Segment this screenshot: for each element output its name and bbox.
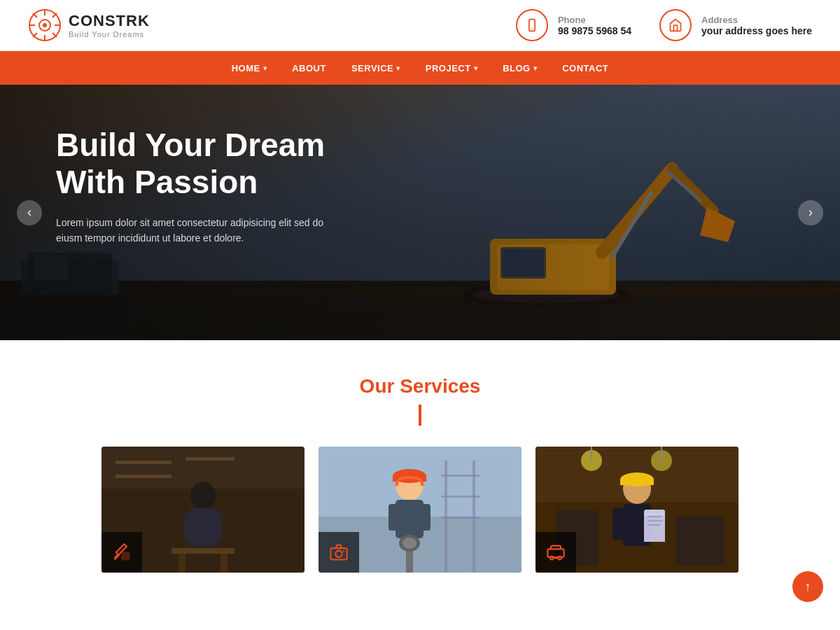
service-icon-bar-1 bbox=[102, 532, 142, 573]
main-navbar: HOME ▾ ABOUT SERVICE ▾ PROJECT ▾ BLOG ▾ bbox=[0, 51, 840, 85]
svg-rect-51 bbox=[441, 517, 479, 519]
svg-rect-34 bbox=[115, 475, 172, 478]
nav-item-project[interactable]: PROJECT ▾ bbox=[413, 51, 490, 85]
svg-rect-49 bbox=[441, 475, 479, 477]
svg-rect-35 bbox=[186, 457, 234, 461]
service-image-1 bbox=[102, 447, 304, 573]
service-card-3[interactable] bbox=[536, 447, 738, 573]
hero-description: Lorem ipsum dolor sit amet consectetur a… bbox=[56, 215, 350, 246]
phone-label: Phone bbox=[558, 15, 631, 25]
service-card-1[interactable] bbox=[102, 447, 304, 573]
svg-rect-72 bbox=[676, 517, 724, 566]
address-contact: Address your address goes here bbox=[659, 9, 812, 41]
address-info: Address your address goes here bbox=[701, 15, 812, 36]
service-icon-bar-3 bbox=[536, 532, 576, 573]
nav-item-contact[interactable]: CONTACT bbox=[550, 51, 621, 85]
svg-rect-33 bbox=[115, 461, 172, 464]
svg-rect-50 bbox=[441, 496, 479, 498]
svg-point-61 bbox=[402, 538, 416, 549]
nav-link-blog[interactable]: BLOG ▾ bbox=[490, 51, 550, 85]
home-dropdown-arrow: ▾ bbox=[263, 64, 267, 72]
svg-point-84 bbox=[550, 556, 554, 560]
logo-text: CONSTRK Build Your Dreams bbox=[69, 12, 150, 38]
nav-item-service[interactable]: SERVICE ▾ bbox=[339, 51, 413, 85]
service-image-3 bbox=[536, 447, 738, 573]
blog-dropdown-arrow: ▾ bbox=[533, 64, 538, 72]
site-header: CONSTRK Build Your Dreams Phone 98 9875 … bbox=[0, 0, 840, 51]
services-grid bbox=[28, 447, 812, 573]
svg-point-63 bbox=[335, 551, 342, 557]
svg-rect-79 bbox=[644, 514, 665, 542]
hammer-icon bbox=[112, 542, 132, 562]
nav-link-service[interactable]: SERVICE ▾ bbox=[339, 51, 413, 85]
vehicle-icon bbox=[546, 542, 566, 562]
service-icon-bar-2 bbox=[318, 532, 359, 573]
nav-item-about[interactable]: ABOUT bbox=[279, 51, 339, 85]
nav-link-about[interactable]: ABOUT bbox=[279, 51, 339, 85]
phone-icon-wrap bbox=[516, 9, 548, 41]
phone-contact: Phone 98 9875 5968 54 bbox=[516, 9, 631, 41]
nav-link-project[interactable]: PROJECT ▾ bbox=[413, 51, 490, 85]
nav-link-contact[interactable]: CONTACT bbox=[550, 51, 621, 85]
hero-content: Build Your Dream With Passion Lorem ipsu… bbox=[0, 85, 840, 288]
svg-rect-39 bbox=[208, 513, 222, 541]
address-value: your address goes here bbox=[701, 25, 812, 36]
address-icon-wrap bbox=[659, 9, 692, 41]
address-label: Address bbox=[701, 15, 812, 25]
hero-prev-button[interactable]: ‹ bbox=[17, 200, 42, 225]
svg-rect-57 bbox=[418, 504, 430, 531]
svg-rect-83 bbox=[547, 549, 564, 557]
phone-info: Phone 98 9875 5968 54 bbox=[558, 15, 631, 36]
svg-rect-11 bbox=[529, 20, 535, 31]
svg-point-10 bbox=[43, 23, 47, 27]
svg-rect-43 bbox=[122, 552, 130, 560]
nav-item-blog[interactable]: BLOG ▾ bbox=[490, 51, 550, 85]
services-divider bbox=[419, 405, 421, 426]
phone-icon bbox=[525, 18, 539, 32]
svg-point-36 bbox=[190, 482, 216, 510]
logo-icon bbox=[28, 8, 62, 42]
nav-link-home[interactable]: HOME ▾ bbox=[219, 51, 280, 85]
svg-point-85 bbox=[559, 556, 562, 560]
svg-rect-77 bbox=[612, 508, 625, 540]
services-section: Our Services bbox=[0, 340, 840, 594]
service-card-2[interactable] bbox=[318, 447, 522, 573]
nav-list: HOME ▾ ABOUT SERVICE ▾ PROJECT ▾ BLOG ▾ bbox=[219, 51, 622, 85]
nav-item-home[interactable]: HOME ▾ bbox=[219, 51, 280, 85]
service-image-2 bbox=[318, 447, 522, 573]
logo-title: CONSTRK bbox=[69, 12, 150, 30]
svg-rect-38 bbox=[184, 513, 198, 541]
hero-title: Build Your Dream With Passion bbox=[56, 127, 784, 201]
camera-icon bbox=[329, 542, 349, 562]
hero-section: Build Your Dream With Passion Lorem ipsu… bbox=[0, 85, 840, 340]
svg-rect-42 bbox=[220, 554, 227, 573]
home-icon bbox=[668, 18, 682, 32]
svg-rect-40 bbox=[172, 548, 234, 554]
services-title: Our Services bbox=[28, 375, 812, 398]
svg-rect-75 bbox=[620, 479, 654, 485]
logo-subtitle: Build Your Dreams bbox=[69, 30, 150, 38]
service-dropdown-arrow: ▾ bbox=[396, 64, 400, 72]
project-dropdown-arrow: ▾ bbox=[474, 64, 478, 72]
svg-rect-41 bbox=[178, 554, 186, 573]
svg-rect-56 bbox=[388, 504, 401, 531]
logo[interactable]: CONSTRK Build Your Dreams bbox=[28, 8, 150, 42]
phone-value: 98 9875 5968 54 bbox=[558, 25, 631, 36]
svg-point-13 bbox=[531, 28, 533, 29]
header-contacts: Phone 98 9875 5968 54 Address your addre… bbox=[516, 9, 812, 41]
hero-next-button[interactable]: › bbox=[798, 200, 823, 225]
svg-point-64 bbox=[343, 551, 344, 552]
